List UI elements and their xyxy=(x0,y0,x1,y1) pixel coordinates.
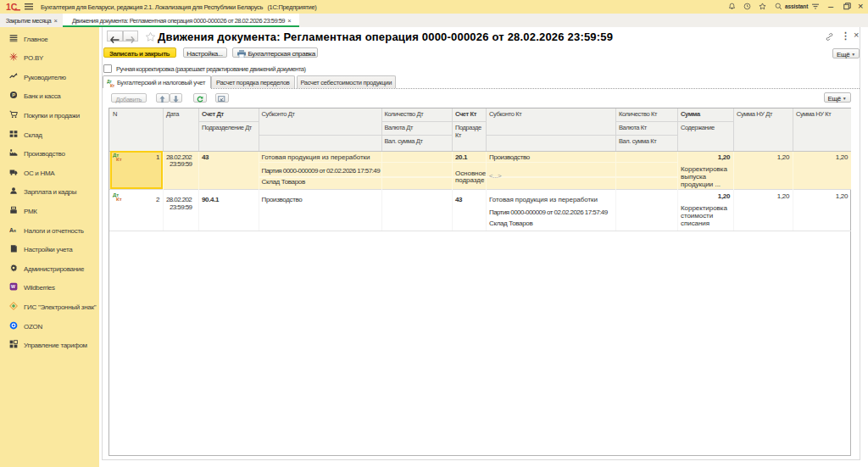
svg-text:W: W xyxy=(11,285,15,290)
svg-text:Кт: Кт xyxy=(110,83,115,88)
svg-text:А: А xyxy=(9,226,14,232)
svg-text:в: в xyxy=(14,227,16,232)
svg-text:Р: Р xyxy=(12,92,15,97)
